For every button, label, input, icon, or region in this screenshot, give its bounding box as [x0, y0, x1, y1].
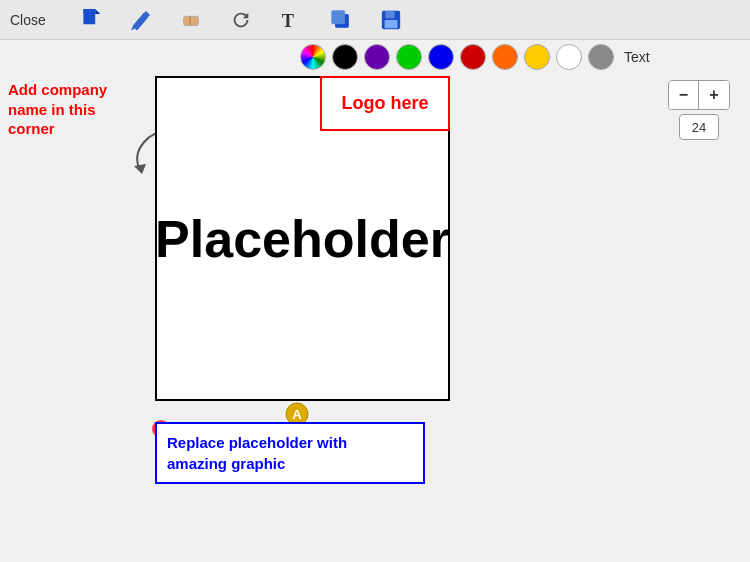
pen-icon — [130, 9, 152, 31]
copy-tool-button[interactable] — [326, 5, 356, 35]
eraser-icon — [180, 9, 202, 31]
logo-box[interactable]: Logo here — [320, 76, 450, 131]
document-icon — [80, 9, 102, 31]
text-tool-icon: T — [280, 9, 302, 31]
svg-rect-10 — [384, 20, 397, 28]
undo-button[interactable] — [226, 5, 256, 35]
copy-icon — [330, 9, 352, 31]
save-button[interactable] — [376, 5, 406, 35]
svg-text:A: A — [292, 407, 302, 422]
text-tool-button[interactable]: T — [276, 5, 306, 35]
svg-rect-7 — [332, 10, 345, 23]
replace-placeholder-text: Replace placeholder withamazing graphic — [167, 434, 347, 472]
svg-marker-11 — [134, 164, 146, 174]
annotation-text: Add company name in this corner — [8, 80, 107, 139]
pen-tool-button[interactable] — [126, 5, 156, 35]
placeholder-label: Placeholder — [155, 209, 450, 269]
eraser-tool-button[interactable] — [176, 5, 206, 35]
svg-rect-2 — [83, 9, 95, 14]
svg-rect-9 — [385, 10, 394, 17]
toolbar: Close T — [0, 0, 750, 40]
save-icon — [380, 9, 402, 31]
svg-rect-4 — [189, 16, 191, 25]
svg-text:T: T — [282, 11, 294, 31]
replace-placeholder-box: Replace placeholder withamazing graphic — [155, 422, 425, 484]
canvas-area: Add company name in this corner Placehol… — [0, 40, 750, 562]
undo-icon — [230, 9, 252, 31]
close-button[interactable]: Close — [10, 12, 46, 28]
svg-marker-1 — [95, 9, 100, 14]
logo-label: Logo here — [341, 93, 428, 114]
document-tool-button[interactable] — [76, 5, 106, 35]
